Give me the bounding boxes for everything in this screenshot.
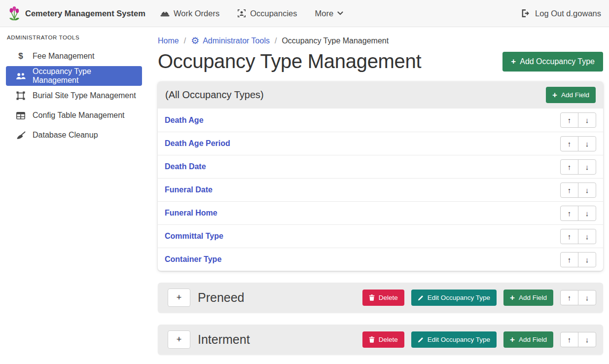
field-link-committal-type[interactable]: Committal Type — [165, 232, 223, 241]
down-arrow-icon: ↓ — [585, 209, 589, 218]
down-arrow-icon: ↓ — [585, 116, 589, 124]
section-title: Interment — [198, 332, 250, 347]
pencil-icon — [418, 295, 424, 301]
field-row: Funeral Date ↑ ↓ — [158, 178, 603, 201]
reorder-buttons: ↑ ↓ — [560, 159, 596, 175]
reorder-buttons: ↑ ↓ — [560, 332, 596, 347]
breadcrumb-admin-tools-link[interactable]: ⚙ Administrator Tools — [191, 36, 270, 45]
pencil-icon — [418, 337, 424, 343]
up-arrow-icon: ↑ — [568, 116, 572, 124]
nav-work-orders[interactable]: Work Orders — [160, 9, 219, 18]
expand-section-button[interactable]: + — [168, 330, 190, 349]
move-up-button[interactable]: ↑ — [560, 252, 578, 267]
sidebar-item-fee-management[interactable]: $ Fee Management — [6, 46, 142, 66]
up-arrow-icon: ↑ — [568, 163, 572, 171]
all-occupancy-types-header: (All Occupancy Types) + Add Field — [158, 81, 603, 109]
move-up-button[interactable]: ↑ — [560, 290, 578, 305]
all-occupancy-types-card: (All Occupancy Types) + Add Field Death … — [158, 81, 603, 271]
occupant-portrait-icon — [237, 9, 246, 18]
field-link-death-age[interactable]: Death Age — [165, 116, 204, 125]
expand-section-button[interactable]: + — [168, 289, 190, 307]
move-up-button[interactable]: ↑ — [560, 206, 578, 221]
reorder-buttons: ↑ ↓ — [560, 252, 596, 267]
page-title: Occupancy Type Management — [158, 50, 421, 73]
field-link-funeral-date[interactable]: Funeral Date — [165, 185, 213, 194]
move-up-button[interactable]: ↑ — [560, 332, 578, 347]
broom-icon — [15, 131, 27, 140]
move-up-button[interactable]: ↑ — [560, 229, 578, 244]
plus-icon: + — [510, 294, 515, 301]
card-title: (All Occupancy Types) — [165, 89, 264, 101]
field-row: Death Age Period ↑ ↓ — [158, 132, 603, 155]
nav-occupancies-label: Occupancies — [250, 9, 297, 18]
down-arrow-icon: ↓ — [585, 232, 589, 241]
breadcrumb-current: Occupancy Type Management — [282, 36, 389, 45]
move-down-button[interactable]: ↓ — [578, 182, 596, 198]
nav-occupancies[interactable]: Occupancies — [237, 9, 297, 18]
delete-occupancy-type-button[interactable]: Delete — [362, 290, 404, 306]
plus-icon: + — [177, 334, 182, 344]
section-actions: Delete Edit Occupancy Type + Add Field ↑ — [362, 331, 596, 348]
field-link-death-date[interactable]: Death Date — [165, 162, 206, 171]
sidebar-item-burial-site-type-management[interactable]: Burial Site Type Management — [6, 86, 142, 106]
down-arrow-icon: ↓ — [585, 293, 589, 302]
add-field-button[interactable]: + Add Field — [503, 290, 553, 306]
move-down-button[interactable]: ↓ — [578, 206, 596, 221]
move-down-button[interactable]: ↓ — [578, 159, 596, 175]
move-down-button[interactable]: ↓ — [578, 252, 596, 267]
move-up-button[interactable]: ↑ — [560, 182, 578, 198]
sidebar-item-occupancy-type-management[interactable]: Occupancy Type Management — [6, 66, 142, 86]
reorder-buttons: ↑ ↓ — [560, 206, 596, 221]
down-arrow-icon: ↓ — [585, 255, 589, 264]
breadcrumb-home-link[interactable]: Home — [158, 36, 179, 45]
logout-label: Log Out d.gowans — [535, 9, 601, 18]
field-row: Container Type ↑ ↓ — [158, 248, 603, 271]
move-down-button[interactable]: ↓ — [578, 112, 596, 128]
field-row: Funeral Home ↑ ↓ — [158, 201, 603, 224]
move-down-button[interactable]: ↓ — [578, 229, 596, 244]
field-link-container-type[interactable]: Container Type — [165, 255, 221, 264]
move-up-button[interactable]: ↑ — [560, 112, 578, 128]
users-icon — [15, 73, 27, 80]
occupancy-type-section-preneed: + Preneed Delete — [158, 283, 603, 313]
main-nav: Work Orders Occupancies More — [160, 9, 343, 18]
add-field-button[interactable]: + Add Field — [503, 331, 553, 348]
up-arrow-icon: ↑ — [568, 140, 572, 148]
down-arrow-icon: ↓ — [585, 186, 589, 194]
edit-occupancy-type-button[interactable]: Edit Occupancy Type — [411, 290, 497, 306]
move-up-button[interactable]: ↑ — [560, 159, 578, 175]
move-down-button[interactable]: ↓ — [578, 332, 596, 347]
top-navbar: Cemetery Management System Work Orders — [0, 0, 609, 27]
add-field-button[interactable]: + Add Field — [546, 87, 596, 103]
move-up-button[interactable]: ↑ — [560, 136, 578, 151]
reorder-buttons: ↑ ↓ — [560, 112, 596, 128]
nav-work-orders-label: Work Orders — [174, 9, 219, 18]
tulip-logo-icon — [8, 6, 21, 21]
main-content: Home / ⚙ Administrator Tools / Occupancy… — [148, 27, 609, 364]
move-down-button[interactable]: ↓ — [578, 290, 596, 305]
sidebar-item-database-cleanup[interactable]: Database Cleanup — [6, 125, 142, 145]
sidebar: ADMINISTRATOR TOOLS $ Fee Management Occ… — [0, 27, 148, 364]
field-link-death-age-period[interactable]: Death Age Period — [165, 139, 230, 148]
hard-hat-icon — [160, 10, 170, 17]
up-arrow-icon: ↑ — [568, 209, 572, 218]
field-row: Committal Type ↑ ↓ — [158, 224, 603, 248]
delete-occupancy-type-button[interactable]: Delete — [362, 331, 404, 348]
edit-occupancy-type-button[interactable]: Edit Occupancy Type — [411, 331, 497, 348]
sidebar-item-config-table-management[interactable]: Config Table Management — [6, 106, 142, 125]
add-occupancy-type-button[interactable]: + Add Occupancy Type — [502, 52, 603, 72]
up-arrow-icon: ↑ — [568, 335, 572, 344]
reorder-buttons: ↑ ↓ — [560, 182, 596, 198]
move-down-button[interactable]: ↓ — [578, 136, 596, 151]
nav-more[interactable]: More — [315, 9, 344, 18]
chevron-down-icon — [337, 11, 343, 15]
trash-icon — [369, 294, 375, 301]
table-icon — [15, 112, 27, 119]
field-link-funeral-home[interactable]: Funeral Home — [165, 209, 217, 218]
plus-icon: + — [177, 292, 182, 302]
sidebar-item-label: Config Table Management — [33, 111, 125, 120]
logout-button[interactable]: Log Out d.gowans — [522, 9, 601, 18]
sidebar-item-label: Burial Site Type Management — [33, 91, 136, 100]
plus-icon: + — [510, 336, 515, 343]
breadcrumb: Home / ⚙ Administrator Tools / Occupancy… — [158, 36, 603, 45]
